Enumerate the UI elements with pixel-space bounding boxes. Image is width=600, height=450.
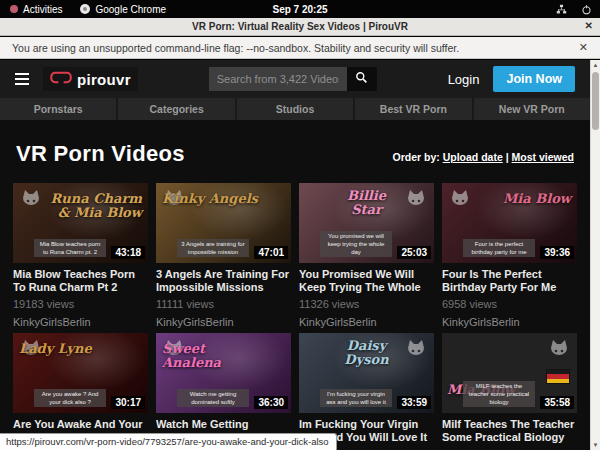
window-title-bar: VR Porn: Virtual Reality Sex Videos | Pi… bbox=[0, 18, 600, 36]
studio-link[interactable]: KinkyGirlsBerlin bbox=[156, 316, 291, 328]
video-thumbnail[interactable]: Daisy Dyson I'm fucking your virgin ass … bbox=[299, 333, 434, 413]
chrome-icon bbox=[80, 4, 90, 14]
video-card[interactable]: Mia Blow Four is the perfect birthday pa… bbox=[442, 183, 577, 328]
chrome-infobar: You are using an unsupported command-lin… bbox=[0, 37, 600, 59]
hamburger-menu-icon[interactable] bbox=[15, 73, 29, 85]
video-title-link[interactable]: You Promised We Will Keep Trying The Who… bbox=[299, 268, 434, 293]
scrollbar[interactable]: ▲ ▼ bbox=[590, 60, 600, 450]
window-title: VR Porn: Virtual Reality Sex Videos | Pi… bbox=[192, 21, 408, 32]
duration-badge: 43:18 bbox=[111, 246, 145, 259]
view-count: 6958 views bbox=[442, 298, 577, 310]
thumbnail-caption: Watch me getting dominated softly bbox=[177, 389, 249, 407]
page-heading-row: VR Porn Videos Order by: Upload date | M… bbox=[0, 120, 590, 177]
search-input[interactable] bbox=[209, 67, 347, 91]
video-thumbnail[interactable]: Sweet Analena Watch me getting dominated… bbox=[156, 333, 291, 413]
site-logo-text: pirouvr bbox=[77, 71, 131, 88]
login-link[interactable]: Login bbox=[448, 72, 480, 87]
page-title: VR Porn Videos bbox=[16, 141, 185, 167]
chrome-app-indicator[interactable]: Google Chrome bbox=[80, 4, 166, 15]
scrollbar-thumb[interactable] bbox=[592, 72, 599, 130]
menu-item-studios[interactable]: Studios bbox=[237, 98, 355, 120]
video-card[interactable]: Runa Charm & Mia Blow Mia Blow teaches p… bbox=[13, 183, 148, 328]
thumbnail-caption: Four is the perfect birthday party for m… bbox=[463, 239, 535, 257]
video-card[interactable]: Mia Blow MILF teaches the teacher some p… bbox=[442, 333, 577, 450]
video-thumbnail[interactable]: Billie Star You promised we will keep tr… bbox=[299, 183, 434, 263]
thumbnail-overlay-title: Billie Star bbox=[333, 189, 401, 216]
vr-headset-icon bbox=[50, 70, 72, 88]
thumbnail-overlay-title: Runa Charm & Mia Blow bbox=[45, 192, 142, 219]
video-thumbnail[interactable]: Runa Charm & Mia Blow Mia Blow teaches p… bbox=[13, 183, 148, 263]
view-count: 19183 views bbox=[13, 298, 148, 310]
search-button[interactable] bbox=[347, 67, 377, 91]
site-header: pirouvr Login Join Now bbox=[0, 60, 590, 98]
thumbnail-overlay-title: Sweet Analena bbox=[162, 342, 259, 369]
thumbnail-overlay-title: Kinky Angels bbox=[162, 192, 258, 206]
join-now-button[interactable]: Join Now bbox=[493, 66, 575, 92]
duration-badge: 35:58 bbox=[540, 396, 574, 409]
thumbnail-caption: I'm fucking your virgin ass and you will… bbox=[320, 389, 392, 407]
duration-badge: 47:01 bbox=[254, 246, 288, 259]
view-count: 11111 views bbox=[156, 298, 291, 310]
menu-item-best-vr-porn[interactable]: Best VR Porn bbox=[355, 98, 473, 120]
video-card[interactable]: Billie Star You promised we will keep tr… bbox=[299, 183, 434, 328]
network-icon[interactable] bbox=[556, 4, 567, 15]
video-thumbnail[interactable]: Mia Blow MILF teaches the teacher some p… bbox=[442, 333, 577, 413]
order-by-separator: | bbox=[506, 151, 509, 163]
clock[interactable]: Sep 7 20:25 bbox=[272, 4, 327, 15]
studio-link[interactable]: KinkyGirlsBerlin bbox=[299, 316, 434, 328]
order-by-controls: Order by: Upload date | Most viewed bbox=[392, 151, 574, 163]
video-thumbnail[interactable]: Mia Blow Four is the perfect birthday pa… bbox=[442, 183, 577, 263]
menu-item-categories[interactable]: Categories bbox=[118, 98, 236, 120]
search-bar bbox=[209, 67, 377, 91]
window-close-button[interactable]: ✕ bbox=[585, 20, 593, 31]
video-card[interactable]: Kinky Angels 3 Angels are training for i… bbox=[156, 183, 291, 328]
site-logo[interactable]: pirouvr bbox=[43, 67, 138, 91]
studio-link[interactable]: KinkyGirlsBerlin bbox=[442, 316, 577, 328]
power-icon[interactable] bbox=[581, 4, 592, 15]
status-bar-url: https://pirouvr.com/vr-porn-video/779325… bbox=[0, 433, 337, 450]
main-nav-menu: PornstarsCategoriesStudiosBest VR PornNe… bbox=[0, 98, 590, 120]
browser-viewport: pirouvr Login Join Now PornstarsCategori… bbox=[0, 60, 600, 450]
video-title-link[interactable]: Mia Blow Teaches Porn To Runa Charm Pt 2 bbox=[13, 268, 148, 293]
activities-button[interactable]: Activities bbox=[10, 4, 62, 15]
studio-cat-logo-icon bbox=[19, 187, 43, 213]
scroll-up-arrow[interactable]: ▲ bbox=[591, 60, 600, 70]
video-title-link[interactable]: 3 Angels Are Training For Impossible Mis… bbox=[156, 268, 291, 293]
studio-cat-logo-icon bbox=[404, 187, 428, 213]
studio-cat-logo-icon bbox=[448, 187, 472, 213]
thumbnail-caption: MILF teaches the teacher some practical … bbox=[463, 381, 535, 407]
thumbnail-caption: Mia Blow teaches porn to Runa Charm pt. … bbox=[34, 239, 106, 257]
menu-item-pornstars[interactable]: Pornstars bbox=[0, 98, 118, 120]
view-count: 11326 views bbox=[299, 298, 434, 310]
scroll-down-arrow[interactable]: ▼ bbox=[591, 440, 600, 450]
german-flag bbox=[546, 369, 570, 384]
video-thumbnail[interactable]: Lady Lyne Are you awake ? And your dick … bbox=[13, 333, 148, 413]
video-title-link[interactable]: Four Is The Perfect Birthday Party For M… bbox=[442, 268, 577, 293]
duration-badge: 39:36 bbox=[540, 246, 574, 259]
thumbnail-caption: You promised we will keep trying the who… bbox=[320, 231, 392, 257]
duration-badge: 33:59 bbox=[397, 396, 431, 409]
infobar-close-button[interactable]: ✕ bbox=[579, 41, 588, 54]
thumbnail-overlay-title: Lady Lyne bbox=[19, 342, 92, 356]
video-title-link[interactable]: Milf Teaches The Teacher Some Practical … bbox=[442, 418, 577, 443]
desktop: Activities Google Chrome Sep 7 20:25 VR … bbox=[0, 0, 600, 450]
search-icon bbox=[355, 71, 368, 87]
order-by-upload-date-link[interactable]: Upload date bbox=[443, 151, 503, 163]
thumbnail-caption: Are you awake ? And your dick also ? bbox=[34, 389, 106, 407]
order-by-most-viewed-link[interactable]: Most viewed bbox=[512, 151, 574, 163]
duration-badge: 25:03 bbox=[397, 246, 431, 259]
studio-link[interactable]: KinkyGirlsBerlin bbox=[13, 316, 148, 328]
menu-item-new-vr-porn[interactable]: New VR Porn bbox=[474, 98, 590, 120]
system-top-bar: Activities Google Chrome Sep 7 20:25 bbox=[0, 0, 600, 18]
thumbnail-overlay-title: Mia Blow bbox=[503, 192, 571, 206]
studio-cat-logo-icon bbox=[404, 337, 428, 363]
duration-badge: 30:17 bbox=[111, 396, 145, 409]
thumbnail-caption: 3 Angels are training for impossible mis… bbox=[177, 239, 249, 257]
chrome-app-label: Google Chrome bbox=[95, 4, 166, 15]
activities-dot-icon bbox=[10, 5, 18, 13]
video-thumbnail[interactable]: Kinky Angels 3 Angels are training for i… bbox=[156, 183, 291, 263]
activities-label: Activities bbox=[23, 4, 62, 15]
studio-cat-logo-icon bbox=[547, 337, 571, 363]
thumbnail-overlay-title: Daisy Dyson bbox=[333, 339, 401, 366]
duration-badge: 36:30 bbox=[254, 396, 288, 409]
